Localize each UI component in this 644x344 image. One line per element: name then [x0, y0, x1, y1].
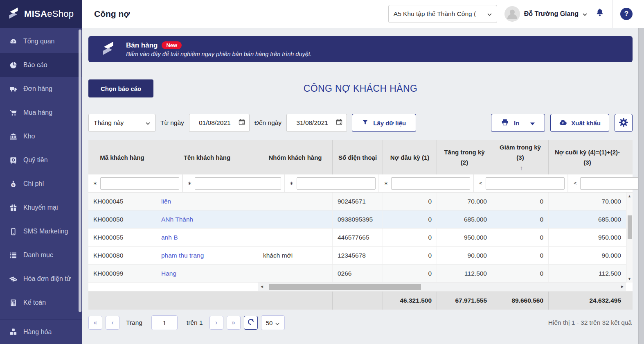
customer-name-link[interactable]: pham thu trang: [161, 252, 204, 259]
choose-report-button[interactable]: Chọn báo cáo: [88, 79, 153, 97]
column-header-customer-name[interactable]: Tên khách hàng: [156, 140, 258, 174]
filter-input-customer-name[interactable]: [195, 177, 281, 190]
branch-selector[interactable]: A5 Khu tập thể Thành Công (: [388, 5, 497, 23]
notification-bell-icon[interactable]: [594, 8, 605, 20]
cell-customer-code: KH000099: [88, 265, 156, 282]
filter-input-opening-debt[interactable]: [486, 177, 565, 190]
scroll-right-icon[interactable]: ►: [620, 284, 624, 289]
page-label: Trang: [126, 319, 142, 326]
cell-customer-group: [258, 192, 333, 210]
bank-icon: [9, 133, 17, 140]
sidebar-item-danh-muc[interactable]: Danh mục: [0, 243, 82, 267]
customer-name-link[interactable]: Hang: [161, 270, 176, 277]
table-row[interactable]: KH000045 liên 90245671 0 70.000 0 70.000: [88, 192, 633, 210]
contains-operator[interactable]: ∗: [93, 180, 97, 186]
table-row[interactable]: KH000080 pham thu trang khách mới 123456…: [88, 247, 633, 265]
sidebar-item-label: Báo cáo: [23, 61, 47, 69]
chevron-down-icon: [583, 10, 587, 18]
from-date-input[interactable]: [194, 119, 236, 127]
sidebar-item-bao-cao[interactable]: Báo cáo: [0, 53, 82, 77]
sidebar-item-chi-phi[interactable]: $ Chi phí: [0, 172, 82, 196]
sales-promo-banner[interactable]: Bán hàng New Bấm vào đây để trải nghiệm …: [88, 36, 633, 62]
results-summary: Hiển thị 1 - 32 trên 32 kết quả: [548, 319, 633, 326]
period-select[interactable]: Tháng này: [88, 114, 155, 132]
column-header-closing-debt[interactable]: Nợ cuối kỳ (4)=(1)+(2)-(3): [549, 140, 626, 174]
vertical-scroll-thumb[interactable]: [628, 215, 632, 239]
table-row[interactable]: KH000050 ANh Thành 0938095395 0 685.000 …: [88, 210, 633, 229]
column-header-decrease[interactable]: Giảm trong kỳ (3)↑: [492, 140, 549, 174]
column-header-opening-debt[interactable]: Nợ đầu kỳ (1): [383, 140, 437, 174]
filter-input-customer-group[interactable]: [297, 177, 376, 190]
next-page-button[interactable]: ›: [209, 316, 223, 330]
column-header-increase[interactable]: Tăng trong kỳ (2): [437, 140, 492, 174]
sidebar-item-quy-tien[interactable]: Quỹ tiền: [0, 148, 82, 172]
contains-operator[interactable]: ∗: [289, 180, 294, 186]
prev-page-button[interactable]: ‹: [106, 316, 119, 330]
sidebar-item-label: Kế toán: [23, 299, 46, 306]
window-scrollbar[interactable]: [638, 28, 644, 344]
calendar-icon[interactable]: [239, 119, 245, 127]
customer-name-link[interactable]: anh B: [161, 234, 178, 241]
user-menu[interactable]: Đỗ Trường Giang: [504, 6, 587, 22]
sidebar-item-label: SMS Marketing: [23, 228, 68, 235]
gauge-icon: [9, 38, 17, 45]
column-header-phone[interactable]: Số điện thoại: [333, 140, 383, 174]
scroll-up-icon[interactable]: ▲: [626, 194, 633, 198]
phone-icon: [9, 228, 17, 235]
filter-input-increase[interactable]: [580, 177, 638, 190]
lte-operator[interactable]: ≤: [573, 180, 577, 186]
misa-logo-icon: [7, 6, 20, 22]
table-vertical-scrollbar[interactable]: ▲ ▼: [626, 192, 633, 283]
banner-title: Bán hàng: [126, 41, 158, 50]
scroll-down-icon[interactable]: ▼: [626, 277, 633, 281]
refresh-button[interactable]: [244, 316, 258, 330]
get-data-button[interactable]: Lấy dữ liệu: [352, 114, 416, 132]
help-button[interactable]: ?: [620, 8, 633, 20]
print-button[interactable]: In: [491, 114, 545, 132]
filter-cell-customer-name: ∗: [183, 174, 285, 192]
to-date-input[interactable]: [291, 119, 333, 127]
column-header-customer-code[interactable]: Mã khách hàng: [88, 140, 156, 174]
sidebar-item-ke-toan[interactable]: Kế toán: [0, 291, 82, 315]
sidebar-item-mua-hang[interactable]: Mua hàng: [0, 101, 82, 124]
page-size-select[interactable]: 50: [261, 315, 285, 330]
export-button[interactable]: Xuất khẩu: [550, 114, 609, 132]
sidebar-item-label: Khuyến mại: [23, 204, 58, 211]
calendar-icon[interactable]: [336, 119, 342, 127]
scroll-left-icon[interactable]: ◄: [260, 284, 264, 289]
app-logo[interactable]: MISAeShop: [0, 0, 82, 28]
horizontal-scroll-track[interactable]: ◄ ►: [258, 283, 626, 291]
sidebar-item-hang-hoa[interactable]: Hàng hóa: [0, 320, 82, 344]
filter-input-customer-code[interactable]: [100, 177, 179, 190]
column-header-customer-group[interactable]: Nhóm khách hàng: [258, 140, 333, 174]
sidebar-item-hoa-don-dien-tu[interactable]: Hóa đơn điện tử: [0, 267, 82, 291]
settings-button[interactable]: [615, 114, 633, 132]
page-of-label: trên 1: [187, 319, 203, 326]
customer-name-link[interactable]: ANh Thành: [161, 216, 193, 223]
sidebar-item-tong-quan[interactable]: Tổng quan: [0, 29, 82, 53]
filter-input-phone[interactable]: [391, 177, 470, 190]
cell-opening-debt: 0: [383, 265, 437, 282]
cell-increase: 950.000: [437, 229, 492, 246]
cell-increase: 70.000: [437, 192, 492, 210]
truck-icon: [9, 85, 17, 93]
contains-operator[interactable]: ∗: [384, 180, 388, 186]
topbar: Công nợ A5 Khu tập thể Thành Công ( Đỗ T…: [82, 0, 644, 28]
table-row[interactable]: KH000099 Hang 0266 0 112.500 0 112.500: [88, 265, 633, 283]
sidebar-item-sms-marketing[interactable]: SMS Marketing: [0, 220, 82, 243]
customer-name-link[interactable]: liên: [161, 198, 171, 205]
table-row[interactable]: KH000055 anh B 446577665 0 950.000 0 950…: [88, 229, 633, 247]
total-increase: 67.971.555: [437, 292, 492, 310]
contains-operator[interactable]: ∗: [187, 180, 192, 186]
last-page-button[interactable]: »: [227, 316, 241, 330]
first-page-button[interactable]: «: [88, 316, 102, 330]
total-opening-debt: 46.321.500: [383, 292, 437, 310]
sidebar-scrollbar[interactable]: [79, 29, 81, 312]
cell-increase: 90.000: [437, 247, 492, 264]
lte-operator[interactable]: ≤: [478, 180, 483, 186]
sidebar-item-khuyen-mai[interactable]: Khuyến mại: [0, 196, 82, 220]
sidebar-item-kho[interactable]: Kho: [0, 124, 82, 148]
page-number-input[interactable]: [151, 315, 178, 330]
sidebar-item-don-hang[interactable]: Đơn hàng: [0, 77, 82, 101]
horizontal-scroll-thumb[interactable]: [269, 284, 421, 290]
